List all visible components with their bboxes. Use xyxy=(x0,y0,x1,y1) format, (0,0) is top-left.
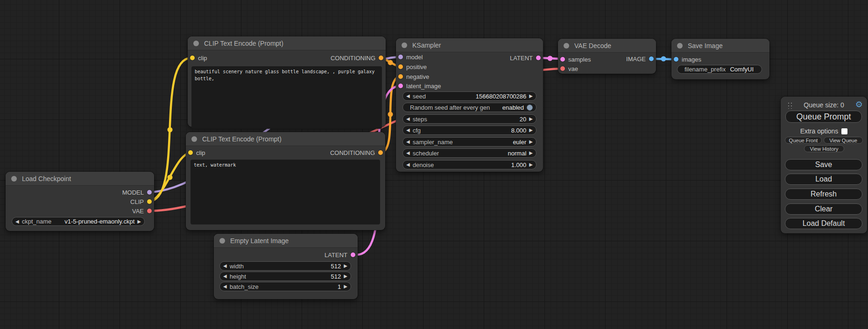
batch-size-widget[interactable]: ◀ batch_size 1 ▶ xyxy=(219,282,351,291)
drag-handle-icon[interactable] xyxy=(787,101,792,109)
input-port-vae[interactable]: vae xyxy=(560,64,578,73)
latent-port-dot[interactable] xyxy=(351,252,355,257)
positive-prompt-textarea[interactable]: beautiful scenery nature glass bottle la… xyxy=(191,66,382,129)
arrow-right-icon[interactable]: ▶ xyxy=(344,274,347,279)
arrow-left-icon[interactable]: ◀ xyxy=(223,274,227,279)
node-ksampler[interactable]: KSampler model positive negative latent_… xyxy=(396,38,543,172)
arrow-right-icon[interactable]: ▶ xyxy=(529,94,533,98)
output-port-image[interactable]: IMAGE xyxy=(626,54,654,63)
node-header[interactable]: Load Checkpoint xyxy=(6,172,154,186)
clear-button[interactable]: Clear xyxy=(785,203,862,215)
arrow-left-icon[interactable]: ◀ xyxy=(406,128,410,133)
node-clip-text-encode-negative[interactable]: CLIP Text Encode (Prompt) clip CONDITION… xyxy=(186,132,385,230)
latent-port-dot[interactable] xyxy=(536,56,541,60)
vae-port-dot[interactable] xyxy=(147,209,152,213)
ckpt-name-combo[interactable]: ◀ ckpt_name v1-5-pruned-emaonly.ckpt ▶ xyxy=(12,217,145,226)
extra-options-checkbox[interactable] xyxy=(841,128,847,134)
node-header[interactable]: VAE Decode xyxy=(558,39,656,53)
width-widget[interactable]: ◀ width 512 ▶ xyxy=(219,261,351,271)
input-port-clip[interactable]: clip xyxy=(188,148,205,157)
model-port-dot[interactable] xyxy=(398,55,403,59)
model-port-dot[interactable] xyxy=(147,190,152,195)
load-button[interactable]: Load xyxy=(785,174,862,185)
node-clip-text-encode-positive[interactable]: CLIP Text Encode (Prompt) clip CONDITION… xyxy=(188,36,386,127)
output-port-conditioning[interactable]: CONDITIONING xyxy=(331,53,383,63)
conditioning-port-dot[interactable] xyxy=(378,150,383,155)
arrow-left-icon[interactable]: ◀ xyxy=(15,219,19,224)
collapse-dot-icon[interactable] xyxy=(219,238,225,244)
node-header[interactable]: CLIP Text Encode (Prompt) xyxy=(188,36,386,50)
input-port-images[interactable]: images xyxy=(674,55,701,64)
vae-port-dot[interactable] xyxy=(560,66,565,71)
queue-prompt-button[interactable]: Queue Prompt xyxy=(785,111,862,123)
node-header[interactable]: KSampler xyxy=(396,38,543,52)
collapse-dot-icon[interactable] xyxy=(11,176,17,182)
arrow-right-icon[interactable]: ▶ xyxy=(529,151,533,155)
negative-prompt-textarea[interactable]: text, watermark xyxy=(191,160,380,224)
input-port-negative[interactable]: negative xyxy=(398,72,429,81)
arrow-right-icon[interactable]: ▶ xyxy=(137,219,141,224)
settings-gear-icon[interactable]: ⚙ xyxy=(855,100,863,109)
collapse-dot-icon[interactable] xyxy=(193,41,199,46)
image-port-dot[interactable] xyxy=(674,57,678,62)
view-queue-button[interactable]: View Queue xyxy=(824,137,863,144)
output-port-latent[interactable]: LATENT xyxy=(510,53,541,63)
height-widget[interactable]: ◀ height 512 ▶ xyxy=(219,272,351,281)
sampler-name-widget[interactable]: ◀ sampler_name euler ▶ xyxy=(402,137,536,147)
collapse-dot-icon[interactable] xyxy=(402,42,407,48)
latent-port-dot[interactable] xyxy=(560,57,565,62)
input-port-positive[interactable]: positive xyxy=(398,62,427,71)
arrow-right-icon[interactable]: ▶ xyxy=(529,162,533,167)
random-seed-toggle-widget[interactable]: Random seed after every gen enabled xyxy=(402,103,536,112)
node-header[interactable]: CLIP Text Encode (Prompt) xyxy=(186,132,385,146)
output-port-model[interactable]: MODEL xyxy=(122,188,152,197)
load-default-button[interactable]: Load Default xyxy=(785,218,862,229)
output-port-latent[interactable]: LATENT xyxy=(325,250,355,259)
node-header[interactable]: Save Image xyxy=(671,39,769,53)
node-save-image[interactable]: Save Image images filename_prefix ComfyU… xyxy=(671,39,769,79)
input-port-samples[interactable]: samples xyxy=(560,55,591,64)
latent-port-dot[interactable] xyxy=(398,84,403,88)
arrow-right-icon[interactable]: ▶ xyxy=(344,284,347,289)
refresh-button[interactable]: Refresh xyxy=(785,189,862,200)
conditioning-port-dot[interactable] xyxy=(398,74,403,79)
output-port-vae[interactable]: VAE xyxy=(132,206,152,216)
collapse-dot-icon[interactable] xyxy=(564,43,569,49)
view-history-button[interactable]: View History xyxy=(804,145,844,152)
output-port-clip[interactable]: CLIP xyxy=(130,197,152,206)
cfg-widget[interactable]: ◀ cfg 8.000 ▶ xyxy=(402,126,536,135)
image-port-dot[interactable] xyxy=(649,56,654,61)
denoise-widget[interactable]: ◀ denoise 1.000 ▶ xyxy=(402,160,536,169)
save-button[interactable]: Save xyxy=(785,159,862,170)
arrow-right-icon[interactable]: ▶ xyxy=(529,128,533,133)
input-port-model[interactable]: model xyxy=(398,52,423,62)
clip-port-dot[interactable] xyxy=(188,150,193,155)
scheduler-widget[interactable]: ◀ scheduler normal ▶ xyxy=(402,148,536,158)
arrow-right-icon[interactable]: ▶ xyxy=(344,264,347,268)
arrow-left-icon[interactable]: ◀ xyxy=(406,94,410,98)
clip-port-dot[interactable] xyxy=(147,199,152,204)
node-empty-latent-image[interactable]: Empty Latent Image LATENT ◀ width 512 ▶ … xyxy=(214,234,358,299)
collapse-dot-icon[interactable] xyxy=(191,136,197,142)
queue-front-button[interactable]: Queue Front xyxy=(785,137,822,144)
conditioning-port-dot[interactable] xyxy=(398,64,403,69)
arrow-left-icon[interactable]: ◀ xyxy=(406,162,410,167)
collapse-dot-icon[interactable] xyxy=(677,43,683,49)
toggle-enabled-icon[interactable] xyxy=(527,105,533,111)
node-header[interactable]: Empty Latent Image xyxy=(214,234,358,248)
arrow-right-icon[interactable]: ▶ xyxy=(529,140,533,144)
input-port-latent-image[interactable]: latent_image xyxy=(398,81,441,91)
clip-port-dot[interactable] xyxy=(190,56,195,60)
seed-widget[interactable]: ◀ seed 156680208700286 ▶ xyxy=(402,91,536,101)
arrow-left-icon[interactable]: ◀ xyxy=(406,140,410,144)
output-port-conditioning[interactable]: CONDITIONING xyxy=(330,148,383,157)
arrow-left-icon[interactable]: ◀ xyxy=(406,151,410,155)
arrow-left-icon[interactable]: ◀ xyxy=(223,284,227,289)
node-load-checkpoint[interactable]: Load Checkpoint MODEL CLIP VAE ◀ ckpt_na… xyxy=(6,172,154,231)
arrow-left-icon[interactable]: ◀ xyxy=(406,117,410,121)
filename-prefix-widget[interactable]: filename_prefix ComfyUI xyxy=(677,65,762,74)
node-vae-decode[interactable]: VAE Decode samples vae IMAGE xyxy=(558,39,656,74)
conditioning-port-dot[interactable] xyxy=(379,56,383,60)
input-port-clip[interactable]: clip xyxy=(190,53,207,63)
arrow-right-icon[interactable]: ▶ xyxy=(529,117,533,121)
